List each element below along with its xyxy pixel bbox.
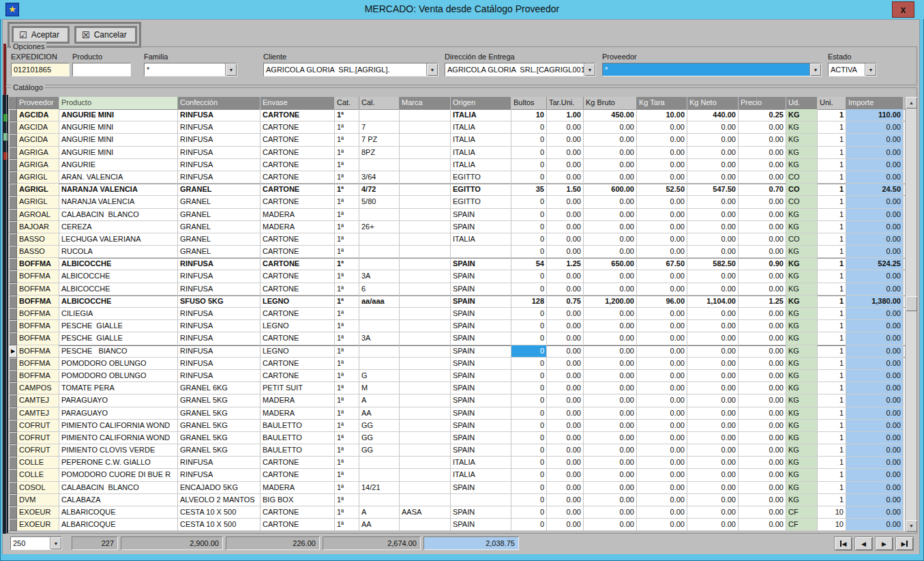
cell-confeccion[interactable]: GRANEL 5KG <box>178 444 260 457</box>
column-header-kg_neto[interactable]: Kg Neto <box>687 97 739 109</box>
cell-cal[interactable]: 26+ <box>359 221 400 233</box>
column-header-envase[interactable]: Envase <box>260 97 335 109</box>
cell-origen[interactable] <box>451 246 511 258</box>
cell-producto[interactable]: ANGURIE MINI <box>59 147 178 159</box>
cell-origen[interactable]: EGITTO <box>451 171 511 184</box>
prev-record-button[interactable]: ◀ <box>854 536 873 551</box>
cell-producto[interactable]: ANGURIE MINI <box>59 109 178 121</box>
cell-cat[interactable]: 1ª <box>335 121 359 134</box>
cell-envase[interactable]: BAULETTO <box>260 432 335 444</box>
cell-envase[interactable]: CARTONE <box>260 171 335 184</box>
cell-importe[interactable]: 0.00 <box>846 345 904 358</box>
cell-cat[interactable]: 1ª <box>335 209 359 221</box>
cell-kg_neto[interactable]: 0.00 <box>687 519 739 531</box>
cell-uni[interactable]: 1 <box>818 270 846 283</box>
vertical-scrollbar[interactable]: ▲ ▼ <box>905 97 916 532</box>
cell-uni[interactable]: 1 <box>818 159 846 171</box>
cell-cal[interactable]: 5/80 <box>359 196 400 208</box>
cell-cal[interactable]: 3/64 <box>359 171 400 184</box>
cell-ud[interactable]: CO <box>786 184 818 196</box>
cell-cal[interactable]: GG <box>359 420 400 432</box>
cell-ud[interactable]: KG <box>786 469 818 481</box>
cell-kg_bruto[interactable]: 0.00 <box>584 432 637 444</box>
cell-kg_bruto[interactable]: 0.00 <box>584 382 637 394</box>
cell-bultos[interactable]: 0 <box>511 308 547 320</box>
column-header-ud[interactable]: Ud. <box>786 97 818 109</box>
cell-envase[interactable]: MADERA <box>260 482 335 494</box>
cell-marca[interactable] <box>400 283 451 296</box>
proveedor-combo[interactable]: * ▼ <box>602 63 822 76</box>
cell-origen[interactable]: SPAIN <box>451 407 511 420</box>
cell-ud[interactable]: KG <box>786 258 818 270</box>
cell-kg_tara[interactable]: 0.00 <box>637 394 687 407</box>
cell-precio[interactable]: 0.00 <box>739 171 786 184</box>
cell-bultos[interactable]: 0 <box>511 345 547 358</box>
cell-producto[interactable]: ALBARICOQUE <box>59 519 178 531</box>
cell-proveedor[interactable]: BOFFMA <box>17 332 59 345</box>
cell-marca[interactable] <box>400 469 451 481</box>
cell-origen[interactable]: SPAIN <box>451 394 511 407</box>
cell-kg_bruto[interactable]: 0.00 <box>584 233 637 246</box>
cell-origen[interactable]: SPAIN <box>451 209 511 221</box>
cell-kg_bruto[interactable]: 0.00 <box>584 221 637 233</box>
column-header-proveedor[interactable]: Proveedor <box>17 97 59 109</box>
row-selector[interactable] <box>9 258 17 270</box>
cell-producto[interactable]: ALBARICOQUE <box>59 506 178 519</box>
cell-kg_bruto[interactable]: 0.00 <box>584 159 637 171</box>
cell-ud[interactable]: CF <box>786 506 818 519</box>
cell-ud[interactable]: KG <box>786 209 818 221</box>
cell-importe[interactable]: 0.00 <box>846 121 904 134</box>
cell-origen[interactable]: SPAIN <box>451 506 511 519</box>
cell-origen[interactable]: SPAIN <box>451 370 511 382</box>
cell-envase[interactable]: MADERA <box>260 407 335 420</box>
cell-ud[interactable]: KG <box>786 420 818 432</box>
cell-kg_bruto[interactable]: 0.00 <box>584 420 637 432</box>
cell-importe[interactable]: 0.00 <box>846 134 904 146</box>
cell-importe[interactable]: 0.00 <box>846 332 904 345</box>
cell-importe[interactable]: 0.00 <box>846 171 904 184</box>
cell-origen[interactable]: EGITTO <box>451 196 511 208</box>
column-header-producto[interactable]: Producto <box>59 97 178 109</box>
cell-envase[interactable]: MADERA <box>260 221 335 233</box>
cell-envase[interactable]: CARTONE <box>260 308 335 320</box>
cell-ud[interactable]: KG <box>786 494 818 506</box>
cell-ud[interactable]: KG <box>786 283 818 296</box>
cell-precio[interactable]: 0.00 <box>739 444 786 457</box>
cell-producto[interactable]: PIMIENTO CLOVIS VERDE <box>59 444 178 457</box>
cell-kg_neto[interactable]: 440.00 <box>687 109 739 121</box>
scroll-up-icon[interactable]: ▲ <box>906 97 917 109</box>
cell-cal[interactable]: A <box>359 506 400 519</box>
cell-kg_bruto[interactable]: 0.00 <box>584 345 637 358</box>
cell-cal[interactable] <box>359 109 400 121</box>
column-header-tar_uni[interactable]: Tar.Uni. <box>547 97 584 109</box>
cell-ud[interactable]: CF <box>786 519 818 531</box>
cancel-button[interactable]: ☒ Cancelar <box>74 26 137 44</box>
cell-proveedor[interactable]: COLLE <box>17 457 59 469</box>
estado-dropdown-arrow-icon[interactable]: ▼ <box>865 63 876 76</box>
cell-proveedor[interactable]: COFRUT <box>17 420 59 432</box>
cell-precio[interactable]: 0.90 <box>739 258 786 270</box>
cell-cat[interactable]: 1ª <box>335 519 359 531</box>
cell-marca[interactable] <box>400 320 451 332</box>
cell-tar_uni[interactable]: 0.00 <box>547 147 584 159</box>
cell-tar_uni[interactable]: 0.00 <box>547 233 584 246</box>
cell-bultos[interactable]: 0 <box>511 457 547 469</box>
cell-kg_tara[interactable]: 0.00 <box>637 358 687 370</box>
row-selector[interactable] <box>9 308 17 320</box>
cell-proveedor[interactable]: AGRIGL <box>17 171 59 184</box>
cell-precio[interactable]: 0.00 <box>739 358 786 370</box>
cell-cal[interactable] <box>359 258 400 270</box>
cell-proveedor[interactable]: EXOEUR <box>17 519 59 531</box>
cell-confeccion[interactable]: ALVEOLO 2 MANTOS <box>178 494 260 506</box>
cell-producto[interactable]: CALABACIN BLANCO <box>59 482 178 494</box>
cell-cat[interactable]: 1ª <box>335 246 359 258</box>
cell-kg_bruto[interactable]: 0.00 <box>584 332 637 345</box>
cell-envase[interactable]: CARTONE <box>260 246 335 258</box>
cell-producto[interactable]: PEPERONE C.W. GIALLO <box>59 457 178 469</box>
cell-kg_neto[interactable]: 0.00 <box>687 308 739 320</box>
cell-envase[interactable]: BAULETTO <box>260 420 335 432</box>
cell-confeccion[interactable]: RINFUSA <box>178 147 260 159</box>
cell-tar_uni[interactable]: 0.00 <box>547 457 584 469</box>
cell-kg_tara[interactable]: 0.00 <box>637 432 687 444</box>
cell-kg_bruto[interactable]: 0.00 <box>584 147 637 159</box>
